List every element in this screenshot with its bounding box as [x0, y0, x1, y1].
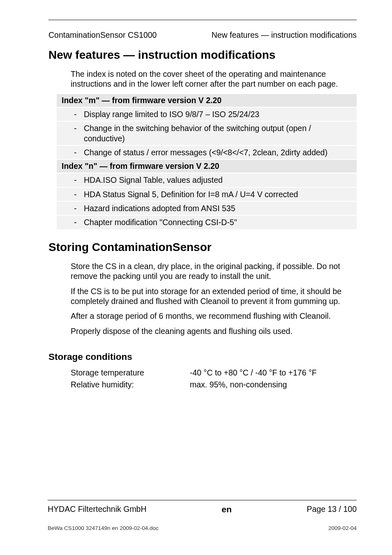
footer-rule: [48, 500, 357, 500]
kv-key: Storage temperature: [71, 368, 190, 378]
index-n-head: Index "n" — from firmware version V 2.20: [57, 160, 357, 173]
list-item: -HDA Status Signal 5, Definition for I=8…: [57, 188, 357, 201]
section2-p3: After a storage period of 6 months, we r…: [71, 311, 357, 321]
list-item: -Change of status / error messages (<9/<…: [57, 146, 357, 159]
section2-p2: If the CS is to be put into storage for …: [71, 286, 357, 306]
list-item-text: Change of status / error messages (<9/<8…: [84, 148, 327, 157]
main-content: New features — instruction modifications…: [48, 48, 357, 392]
list-item-text: Hazard indications adopted from ANSI 535: [84, 204, 235, 213]
kv-row: Relative humidity: max. 95%, non-condens…: [71, 380, 357, 389]
list-item: -Display range limited to ISO 9/8/7 – IS…: [57, 108, 357, 121]
section3-title: Storage conditions: [48, 352, 357, 362]
header-right: New features — instruction modifications: [212, 30, 357, 40]
footer-left: HYDAC Filtertechnik GmbH: [48, 504, 147, 514]
footer-small-left: BeWa CS1000 3247149n en 2009-02-04.doc: [48, 525, 159, 531]
list-item: -Change in the switching behavior of the…: [57, 122, 357, 145]
list-item: -Chapter modification "Connecting CSI-D-…: [57, 216, 357, 229]
section2-p4: Properly dispose of the cleaning agents …: [71, 326, 357, 336]
list-item-text: Change in the switching behavior of the …: [84, 124, 311, 143]
footer: HYDAC Filtertechnik GmbH en Page 13 / 10…: [0, 500, 392, 531]
section2-title: Storing ContaminationSensor: [48, 241, 357, 254]
footer-mid: en: [221, 504, 232, 514]
list-item: -HDA.ISO Signal Table, values adjusted: [57, 173, 357, 187]
section1-title: New features — instruction modifications: [48, 48, 357, 62]
index-n-list: -HDA.ISO Signal Table, values adjusted -…: [57, 173, 357, 229]
section1-intro: The index is noted on the cover sheet of…: [71, 69, 357, 89]
kv-key: Relative humidity:: [71, 380, 190, 389]
kv-val: -40 °C to +80 °C / -40 °F to +176 °F: [190, 368, 317, 378]
storage-conditions: Storage temperature -40 °C to +80 °C / -…: [71, 368, 357, 389]
index-m-head: Index "m" — from firmware version V 2.20: [57, 94, 357, 107]
list-item-text: HDA Status Signal 5, Definition for I=8 …: [84, 190, 298, 199]
list-item: -Hazard indications adopted from ANSI 53…: [57, 202, 357, 215]
header-left: ContaminationSensor CS1000: [48, 30, 157, 40]
index-m-list: -Display range limited to ISO 9/8/7 – IS…: [57, 108, 357, 159]
list-item-text: Chapter modification "Connecting CSI-D-5…: [84, 218, 237, 227]
kv-row: Storage temperature -40 °C to +80 °C / -…: [71, 368, 357, 378]
header-rule: [48, 20, 357, 20]
kv-val: max. 95%, non-condensing: [190, 380, 287, 389]
section2-p1: Store the CS in a clean, dry place, in t…: [71, 261, 357, 281]
list-item-text: HDA.ISO Signal Table, values adjusted: [84, 175, 223, 184]
list-item-text: Display range limited to ISO 9/8/7 – ISO…: [84, 110, 259, 119]
footer-right: Page 13 / 100: [307, 504, 357, 514]
footer-small-right: 2009-02-04: [328, 525, 357, 531]
